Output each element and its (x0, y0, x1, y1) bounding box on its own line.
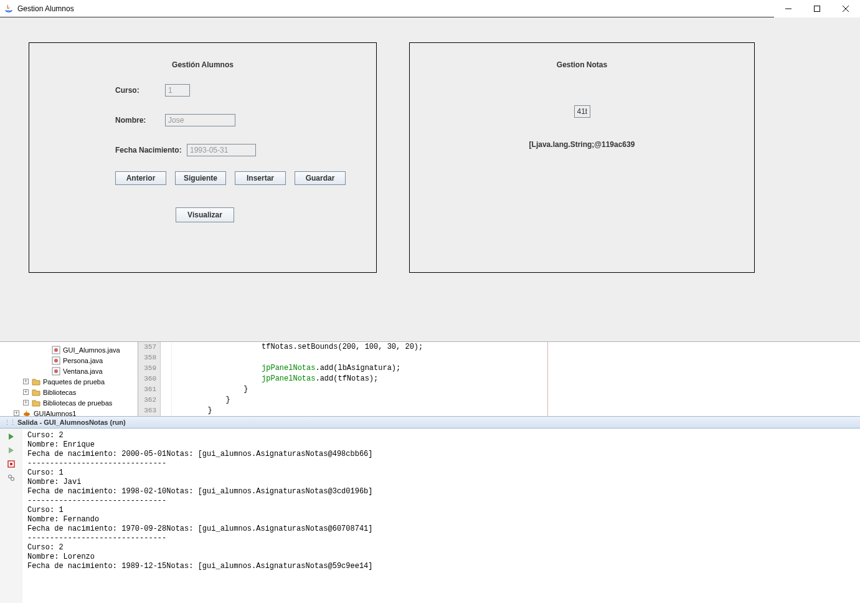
java-icon (4, 4, 14, 14)
svg-point-0 (6, 11, 11, 12)
expand-icon[interactable]: + (14, 410, 19, 416)
tree-item[interactable]: Ventana.java (0, 366, 138, 376)
tree-item[interactable]: GUI_Alumnos.java (0, 344, 138, 355)
tree-item-label: Bibliotecas de pruebas (43, 399, 112, 407)
tree-item[interactable]: +Bibliotecas (0, 387, 138, 397)
maximize-button[interactable] (803, 0, 831, 17)
guardar-button[interactable]: Guardar (295, 171, 346, 185)
expand-icon[interactable]: + (23, 379, 29, 384)
svg-point-6 (54, 348, 58, 352)
window-titlebar: Gestion Alumnos (0, 0, 860, 17)
notas-input[interactable] (574, 105, 590, 118)
gestion-notas-panel: Gestion Notas [Ljava.lang.String;@119ac6… (409, 42, 755, 273)
svg-rect-13 (10, 463, 12, 465)
project-tree[interactable]: GUI_Alumnos.javaPersona.javaVentana.java… (0, 342, 138, 416)
tree-item[interactable]: Persona.java (0, 355, 138, 366)
panel-title: Gestion Notas (410, 60, 754, 69)
folder-icon (31, 398, 41, 408)
code-line[interactable]: } (172, 384, 860, 395)
tree-item-label: Persona.java (63, 357, 103, 364)
code-line[interactable]: tfNotas.setBounds(200, 100, 30, 20); (172, 342, 860, 353)
run-icon[interactable] (6, 431, 17, 442)
tree-item-label: Paquetes de prueba (43, 378, 105, 386)
svg-point-15 (11, 478, 14, 481)
tree-item-label: GUIAlumnos1 (34, 410, 76, 417)
tree-item-label: Ventana.java (63, 367, 103, 375)
expand-icon[interactable]: + (23, 389, 29, 395)
svg-point-10 (54, 369, 58, 373)
expand-icon[interactable]: + (23, 400, 29, 405)
fecha-input[interactable] (187, 144, 256, 156)
output-header: ⋮⋮ Salida - GUI_AlumnosNotas (run) (0, 416, 860, 429)
panel-title: Gestión Alumnos (29, 60, 376, 69)
fecha-label: Fecha Nacimiento: (115, 146, 187, 154)
minimize-button[interactable] (774, 0, 803, 17)
folder-icon (31, 377, 41, 387)
code-line[interactable] (172, 353, 860, 363)
java-file-icon (51, 356, 61, 366)
curso-input[interactable] (165, 84, 190, 97)
nombre-input[interactable] (165, 114, 235, 126)
rerun-icon[interactable] (6, 445, 17, 456)
code-line[interactable]: } (172, 395, 860, 405)
siguiente-button[interactable]: Siguiente (175, 171, 226, 185)
svg-point-8 (54, 359, 58, 362)
close-button[interactable] (831, 0, 860, 17)
output-toolbar (0, 429, 22, 603)
curso-label: Curso: (115, 86, 165, 95)
tree-item[interactable]: +Bibliotecas de pruebas (0, 397, 138, 408)
tree-item-label: GUI_Alumnos.java (63, 346, 120, 354)
code-line[interactable]: jpPanelNotas.add(lbAsignatura); (172, 363, 860, 374)
project-icon (22, 409, 32, 417)
stop-icon[interactable] (6, 458, 17, 470)
settings-icon[interactable] (6, 472, 17, 483)
anterior-button[interactable]: Anterior (115, 171, 166, 185)
asignatura-label: [Ljava.lang.String;@119ac639 (410, 140, 754, 149)
insertar-button[interactable]: Insertar (235, 171, 286, 185)
code-line[interactable]: } (172, 405, 860, 416)
code-line[interactable]: jpPanelNotas.add(tfNotas); (172, 374, 860, 384)
window-title: Gestion Alumnos (17, 4, 74, 13)
code-editor[interactable]: 357358359360361362363 tfNotas.setBounds(… (138, 342, 860, 416)
java-file-icon (51, 366, 61, 376)
visualizar-button[interactable]: Visualizar (176, 207, 234, 222)
svg-rect-2 (815, 6, 820, 11)
output-header-label: Salida - GUI_AlumnosNotas (run) (17, 419, 126, 426)
nombre-label: Nombre: (115, 116, 165, 125)
output-console[interactable]: Curso: 2 Nombre: Enrique Fecha de nacimi… (22, 429, 860, 603)
tree-item[interactable]: +GUIAlumnos1 (0, 408, 138, 416)
svg-point-14 (9, 475, 12, 478)
gestion-alumnos-panel: Gestión Alumnos Curso: Nombre: Fecha Nac… (29, 42, 377, 273)
tree-item-label: Bibliotecas (43, 389, 76, 396)
svg-point-11 (24, 412, 30, 416)
java-file-icon (51, 345, 61, 355)
folder-icon (31, 387, 41, 397)
tree-item[interactable]: +Paquetes de prueba (0, 376, 138, 387)
